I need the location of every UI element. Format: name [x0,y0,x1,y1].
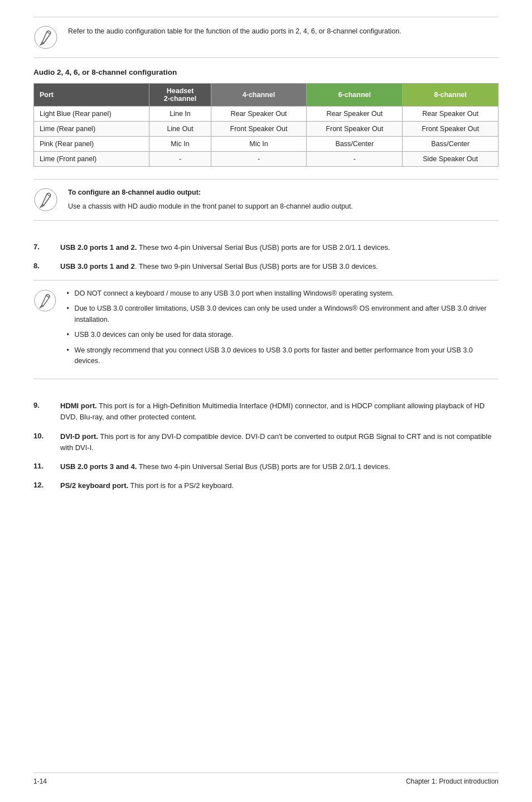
note-box-3: DO NOT connect a keyboard / mouse to any… [33,280,499,379]
table-cell-port: Lime (Front panel) [34,152,149,167]
note1-text: Refer to the audio configuration table f… [68,25,402,37]
note-box-1: Refer to the audio configuration table f… [33,17,499,58]
table-cell: Line In [149,107,211,122]
table-header-port: Port [34,84,149,107]
note2-content: To configure an 8-channel audio output: … [68,187,353,212]
note3-content: DO NOT connect a keyboard / mouse to any… [67,288,499,371]
page-footer: 1-14 Chapter 1: Product introduction [33,772,499,785]
item-num: 11. [33,461,60,472]
bullets-list: DO NOT connect a keyboard / mouse to any… [67,288,499,366]
pen-icon-3 [33,288,57,313]
table-cell: Front Speaker Out [211,122,307,137]
table-cell: Side Speaker Out [403,152,499,167]
table-cell: - [307,152,403,167]
table-cell: Rear Speaker Out [307,107,403,122]
table-header-6ch: 6-channel [307,84,403,107]
table-cell-port: Light Blue (Rear panel) [34,107,149,122]
table-cell: Mic In [211,137,307,152]
table-header-4ch: 4-channel [211,84,307,107]
item-content: DVI-D port. This port is for any DVI-D c… [60,431,499,453]
bullet-item: We strongly recommend that you connect U… [67,345,499,367]
table-cell: - [211,152,307,167]
table-header-headset: Headset2-channel [149,84,211,107]
table-cell: Rear Speaker Out [211,107,307,122]
audio-config-table: Port Headset2-channel 4-channel 6-channe… [33,83,499,167]
item-num: 12. [33,480,60,491]
items2-section: 9. HDMI port. This port is for a High-De… [33,400,499,491]
note2-title: To configure an 8-channel audio output: [68,187,353,198]
table-cell: Rear Speaker Out [403,107,499,122]
audio-section-heading: Audio 2, 4, 6, or 8-channel configuratio… [33,68,499,76]
item-content: USB 2.0 ports 3 and 4. These two 4-pin U… [60,461,499,472]
table-cell: Bass/Center [307,137,403,152]
pen-icon-2 [33,187,58,212]
bullet-item: USB 3.0 devices can only be used for dat… [67,330,499,340]
numbered-item: 10. DVI-D port. This port is for any DVI… [33,431,499,453]
table-cell: Line Out [149,122,211,137]
item-content: USB 3.0 ports 1 and 2. These two 9-pin U… [60,261,499,272]
table-cell: Bass/Center [403,137,499,152]
item-num: 7. [33,242,60,253]
numbered-item: 12. PS/2 keyboard port. This port is for… [33,480,499,491]
pen-icon-1 [33,25,58,50]
item-num: 10. [33,431,60,453]
item-content: USB 2.0 ports 1 and 2. These two 4-pin U… [60,242,499,253]
bullet-item: Due to USB 3.0 controller limitations, U… [67,303,499,325]
svg-point-2 [35,290,56,311]
table-cell: Mic In [149,137,211,152]
footer-chapter: Chapter 1: Product introduction [406,777,499,785]
table-cell: - [149,152,211,167]
table-cell: Front Speaker Out [403,122,499,137]
item-num: 8. [33,261,60,272]
footer-page-number: 1-14 [33,777,47,785]
svg-point-0 [35,26,57,49]
svg-point-1 [35,189,57,211]
table-header-8ch: 8-channel [403,84,499,107]
item-num: 9. [33,400,60,423]
numbered-item: 8. USB 3.0 ports 1 and 2. These two 9-pi… [33,261,499,272]
numbered-item: 9. HDMI port. This port is for a High-De… [33,400,499,423]
item-content: PS/2 keyboard port. This port is for a P… [60,480,499,491]
item-content: HDMI port. This port is for a High-Defin… [60,400,499,423]
note2-text: Use a chassis with HD audio module in th… [68,201,353,212]
table-cell-port: Pink (Rear panel) [34,137,149,152]
table-cell-port: Lime (Rear panel) [34,122,149,137]
bullet-item: DO NOT connect a keyboard / mouse to any… [67,288,499,299]
numbered-item: 7. USB 2.0 ports 1 and 2. These two 4-pi… [33,242,499,253]
note-box-2: To configure an 8-channel audio output: … [33,179,499,221]
items-section: 7. USB 2.0 ports 1 and 2. These two 4-pi… [33,242,499,272]
numbered-item: 11. USB 2.0 ports 3 and 4. These two 4-p… [33,461,499,472]
table-cell: Front Speaker Out [307,122,403,137]
